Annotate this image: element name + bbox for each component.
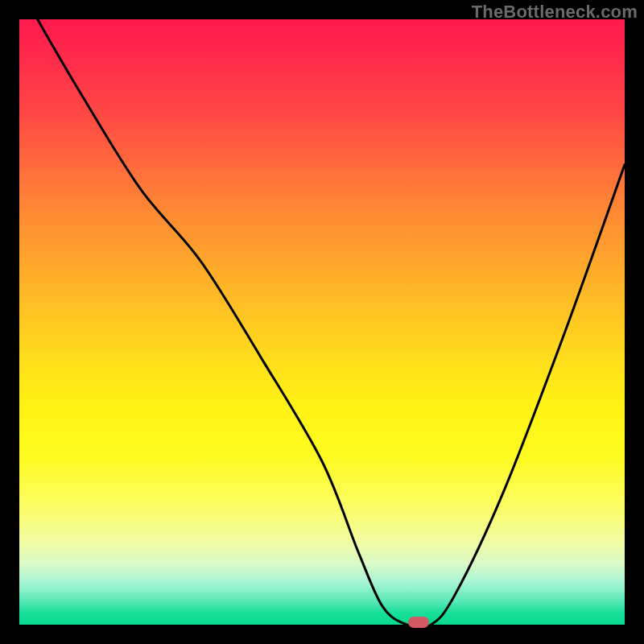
bottleneck-curve <box>19 19 625 625</box>
optimum-marker <box>408 617 429 628</box>
chart-frame: TheBottleneck.com <box>0 0 644 644</box>
plot-area <box>19 19 625 625</box>
